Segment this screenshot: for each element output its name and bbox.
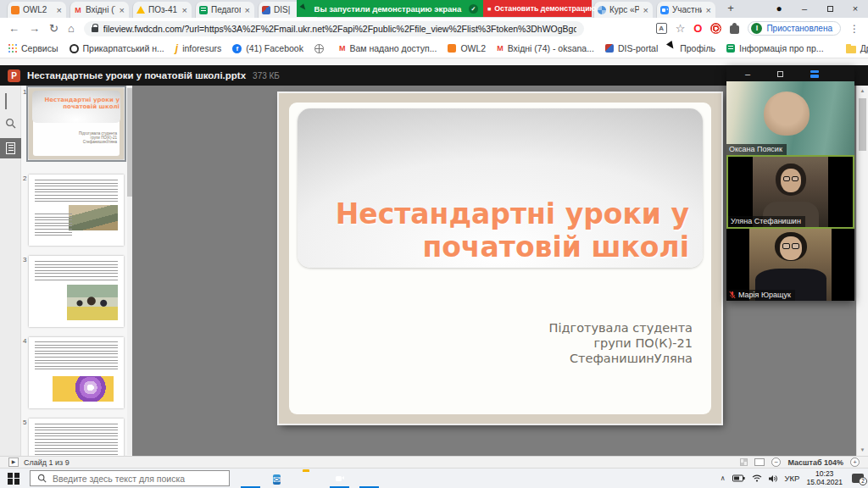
extensions-puzzle-icon[interactable] xyxy=(730,25,739,34)
tab-drive[interactable]: ПОз-41 - × xyxy=(132,2,192,18)
participant-video-1[interactable]: Оксана Поясик xyxy=(726,81,854,155)
taskbar-mail[interactable]: ✉ xyxy=(273,471,287,485)
bookmark-globe[interactable] xyxy=(314,44,328,53)
bookmark-info-sheet[interactable]: Інформація про пр... xyxy=(726,43,824,53)
reload-button[interactable]: ↻ xyxy=(49,22,58,35)
browser-menu-button[interactable]: ⋮ xyxy=(849,23,860,35)
document-scrollbar[interactable]: ▲ ▼ xyxy=(856,86,868,456)
bookmark-inforesurs[interactable]: j inforesurs xyxy=(175,43,221,53)
inforesurs-icon: j xyxy=(175,44,178,53)
window-close-button[interactable]: × xyxy=(843,0,868,17)
lock-icon xyxy=(92,27,98,32)
desktop-screen: OWL2 × M Вхідні (78 × ПОз-41 - × Педагог… xyxy=(0,0,868,488)
tab-close-icon[interactable]: × xyxy=(705,5,712,15)
url-input[interactable] xyxy=(103,24,576,34)
tray-expand-icon[interactable]: ∧ xyxy=(721,474,726,482)
address-bar[interactable] xyxy=(84,21,584,36)
search-input[interactable] xyxy=(53,474,222,484)
participant-name-label: Оксана Поясик xyxy=(726,144,787,155)
panel-maximize-button[interactable] xyxy=(777,71,783,77)
system-tray: ∧ УКР 10:23 15.04.2021 2 xyxy=(721,470,868,486)
tab-close-icon[interactable]: × xyxy=(244,5,251,15)
slideshow-button[interactable]: ▶ xyxy=(8,458,19,467)
opera-extension-icon[interactable]: O xyxy=(693,22,702,35)
stop-sharing-button[interactable]: ■ Остановить демонстрацию xyxy=(483,0,592,17)
translate-icon[interactable]: A xyxy=(656,23,667,34)
bookmark-star-icon[interactable]: ☆ xyxy=(676,22,686,35)
profile-sync-paused-badge[interactable]: I Приостановлена xyxy=(748,21,841,36)
bookmark-university[interactable]: Прикарпатський н... xyxy=(70,43,164,53)
back-button[interactable]: ← xyxy=(8,22,19,35)
tray-date: 15.04.2021 xyxy=(806,479,843,487)
tab-close-icon[interactable]: × xyxy=(119,5,125,15)
tab-kurs[interactable]: Курс «Ро × xyxy=(593,2,653,18)
language-indicator[interactable]: УКР xyxy=(785,474,800,483)
taskbar-chrome[interactable] xyxy=(243,471,258,485)
taskbar-search[interactable] xyxy=(30,470,230,486)
start-button[interactable] xyxy=(8,473,19,485)
media-controls-button[interactable]: ● xyxy=(766,0,792,17)
thumbnail-text-block xyxy=(35,261,118,281)
slide-inner-panel: Нестандартні уроки у початовій школі Під… xyxy=(289,103,711,414)
taskbar-firefox[interactable] xyxy=(362,471,376,485)
scroll-down-icon[interactable]: ▼ xyxy=(857,445,868,456)
tab-inbox-78[interactable]: M Вхідні (78 × xyxy=(70,2,129,18)
bookmark-dis-portal[interactable]: DIS-portal xyxy=(605,43,658,53)
thumbnails-panel-icon[interactable] xyxy=(0,138,21,158)
tab-owl2[interactable]: OWL2 × xyxy=(7,2,66,18)
taskbar-explorer[interactable] xyxy=(303,471,317,485)
slide-canvas: Нестандартні уроки у початовій школі Під… xyxy=(279,93,721,424)
bookmark-services[interactable]: Сервисы xyxy=(8,43,58,53)
new-tab-button[interactable]: + xyxy=(721,2,740,17)
bookmark-shared-doc[interactable]: M Вам надано доступ... xyxy=(339,43,437,53)
browser-tab-bar: OWL2 × M Вхідні (78 × ПОз-41 - × Педагог… xyxy=(0,0,868,18)
thumbnail-title: Нестандартні уроки упочатовій школі xyxy=(44,97,120,110)
wifi-icon[interactable] xyxy=(752,474,762,482)
window-minimize-button[interactable]: – xyxy=(792,0,817,17)
video-panel-titlebar[interactable]: – xyxy=(726,66,854,81)
other-bookmarks-folder[interactable]: Другие закладки xyxy=(846,43,868,53)
speaker-icon[interactable] xyxy=(769,474,778,483)
slide-thumbnail-2[interactable]: 2 xyxy=(29,175,124,246)
zoom-in-button[interactable]: + xyxy=(850,458,860,467)
bookmark-profile[interactable]: Профіль xyxy=(669,43,715,53)
forward-button[interactable]: → xyxy=(29,22,40,35)
slide-thumbnail-1[interactable]: 1 Нестандартні уроки упочатовій школі Пі… xyxy=(29,88,124,159)
panel-minimize-button[interactable]: – xyxy=(745,67,750,80)
notification-center-button[interactable]: 2 xyxy=(852,474,864,483)
tab-sheets[interactable]: Педагогі × xyxy=(195,2,254,18)
bookmark-inbox[interactable]: M Вхідні (74) - oksana... xyxy=(497,43,594,53)
bookmark-facebook[interactable]: f (41) Facebook xyxy=(232,43,303,53)
tab-close-icon[interactable]: × xyxy=(643,5,649,15)
search-in-document-icon[interactable] xyxy=(5,117,16,132)
tab-close-icon[interactable]: × xyxy=(56,5,63,15)
outline-panel-icon[interactable] xyxy=(5,94,7,109)
taskbar-zoom[interactable] xyxy=(332,471,347,485)
battery-icon[interactable] xyxy=(732,474,745,482)
tab-zoom-participants[interactable]: Участник × xyxy=(656,2,715,18)
red-extension-icon[interactable] xyxy=(710,23,721,34)
bookmarks-bar: Сервисы Прикарпатський н... j inforesurs… xyxy=(0,39,868,58)
participant-video-2-active-speaker[interactable]: Уляна Стефанишин xyxy=(726,155,854,229)
home-button[interactable]: ⌂ xyxy=(68,22,75,35)
tab-close-icon[interactable]: × xyxy=(181,5,188,15)
thumbnail-number: 3 xyxy=(23,256,26,263)
mic-muted-icon xyxy=(729,291,736,299)
gallery-view-icon[interactable] xyxy=(810,70,819,78)
taskbar-clock[interactable]: 10:23 15.04.2021 xyxy=(806,470,843,486)
slide-thumbnail-5[interactable]: 5 xyxy=(29,419,124,456)
folder-icon xyxy=(846,46,856,53)
fit-page-icon[interactable] xyxy=(754,458,765,466)
slide-thumbnail-4[interactable]: 4 xyxy=(29,337,124,408)
participant-video-3[interactable]: Марія Юращук xyxy=(726,229,854,301)
slide-counter: Слайд 1 из 9 xyxy=(24,458,70,467)
scroll-up-icon[interactable]: ▲ xyxy=(857,86,868,97)
profile-avatar: I xyxy=(751,23,762,34)
window-maximize-button[interactable] xyxy=(817,0,843,17)
bookmark-owl2[interactable]: OWL2 xyxy=(448,43,486,53)
thumbnail-number: 5 xyxy=(23,419,26,426)
zoom-out-button[interactable]: − xyxy=(771,458,781,467)
grid-view-icon[interactable] xyxy=(740,458,748,466)
slide-thumbnail-3[interactable]: 3 xyxy=(29,256,124,327)
scrollbar-thumb[interactable] xyxy=(859,98,866,151)
